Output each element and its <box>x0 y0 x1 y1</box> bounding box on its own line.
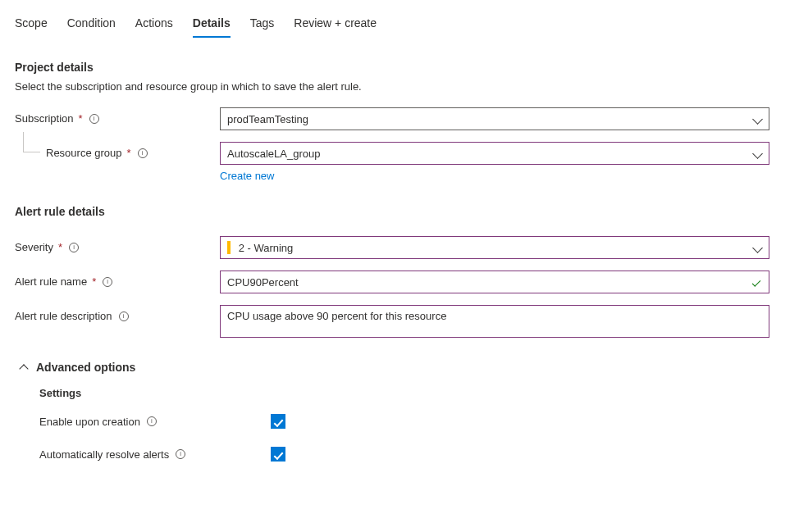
info-icon[interactable]: i <box>147 416 157 426</box>
alert-rule-name-label: Alert rule name <box>15 275 87 288</box>
advanced-options-section: Advanced options Settings Enable upon cr… <box>15 361 784 462</box>
project-details-title: Project details <box>15 61 784 74</box>
severity-dropdown[interactable]: 2 - Warning <box>220 236 769 259</box>
auto-resolve-checkbox[interactable] <box>271 447 285 462</box>
alert-rule-desc-value: CPU usage above 90 percent for this reso… <box>227 310 446 322</box>
resource-group-value: AutoscaleLA_group <box>227 148 320 160</box>
info-icon[interactable]: i <box>89 114 99 124</box>
info-icon[interactable]: i <box>69 243 79 252</box>
severity-label: Severity <box>15 241 53 253</box>
alert-rule-details-title: Alert rule details <box>15 205 784 218</box>
tab-actions[interactable]: Actions <box>135 10 173 38</box>
info-icon[interactable]: i <box>103 277 112 287</box>
alert-rule-desc-label: Alert rule description <box>15 310 112 322</box>
required-asterisk: * <box>92 275 96 288</box>
enable-upon-creation-checkbox[interactable] <box>271 414 285 429</box>
create-new-link[interactable]: Create new <box>220 170 274 182</box>
settings-title: Settings <box>39 387 784 399</box>
enable-upon-creation-label: Enable upon creation <box>39 416 140 428</box>
required-asterisk: * <box>127 147 131 159</box>
resource-group-dropdown[interactable]: AutoscaleLA_group <box>220 142 769 165</box>
chevron-down-icon <box>756 117 762 121</box>
project-details-section: Project details Select the subscription … <box>15 61 784 182</box>
alert-rule-name-input[interactable]: CPU90Percent <box>220 271 769 293</box>
chevron-down-icon <box>756 152 762 156</box>
info-icon[interactable]: i <box>119 311 129 321</box>
severity-value: 2 - Warning <box>239 242 294 254</box>
chevron-up-icon <box>20 363 28 371</box>
info-icon[interactable]: i <box>138 148 148 158</box>
tab-condition[interactable]: Condition <box>67 10 116 38</box>
required-asterisk: * <box>58 241 62 253</box>
tab-review-create[interactable]: Review + create <box>294 10 377 38</box>
alert-rule-details-section: Alert rule details Severity * i 2 - Warn… <box>15 205 784 338</box>
advanced-options-toggle[interactable]: Advanced options <box>15 361 784 374</box>
severity-color-bar <box>227 241 231 254</box>
alert-rule-desc-input[interactable]: CPU usage above 90 percent for this reso… <box>220 305 769 338</box>
alert-rule-name-value: CPU90Percent <box>227 276 299 289</box>
subscription-value: prodTeamTesting <box>227 113 308 125</box>
tab-scope[interactable]: Scope <box>15 10 48 38</box>
chevron-down-icon <box>756 246 762 250</box>
tab-tags[interactable]: Tags <box>250 10 275 38</box>
advanced-options-title: Advanced options <box>36 361 135 374</box>
valid-check-icon <box>751 276 762 288</box>
tab-details[interactable]: Details <box>193 10 231 38</box>
info-icon[interactable]: i <box>176 449 185 459</box>
auto-resolve-label: Automatically resolve alerts <box>39 448 169 461</box>
resource-group-label: Resource group <box>46 147 122 159</box>
subscription-label: Subscription <box>15 112 74 125</box>
project-details-desc: Select the subscription and resource gro… <box>15 80 784 93</box>
required-asterisk: * <box>79 112 83 125</box>
tab-bar: Scope Condition Actions Details Tags Rev… <box>15 10 784 38</box>
subscription-dropdown[interactable]: prodTeamTesting <box>220 107 769 130</box>
